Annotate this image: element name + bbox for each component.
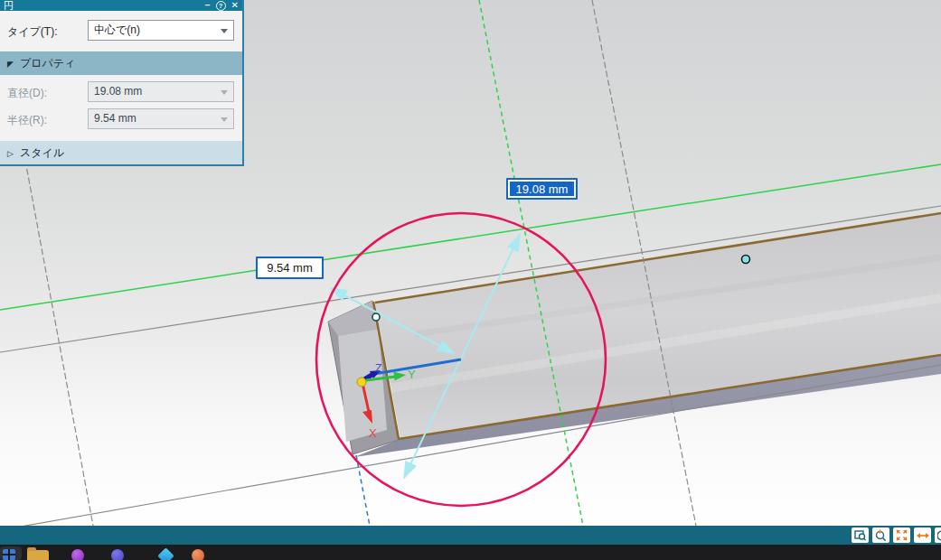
file-explorer-icon[interactable] — [27, 550, 49, 560]
vertex-snap-point[interactable] — [372, 313, 380, 321]
sketch-centerline-green[interactable] — [479, 0, 583, 526]
orange-app-icon[interactable] — [192, 549, 204, 560]
pan-horizontal-icon[interactable] — [914, 527, 931, 543]
taskbar — [0, 545, 941, 560]
radius-dimension-box[interactable]: 9.54 mm — [256, 257, 324, 279]
radius-label: 半径(R): — [7, 113, 47, 128]
windows-logo-icon[interactable] — [3, 549, 15, 560]
radius-field-value: 9.54 mm — [94, 112, 136, 125]
view-tools — [852, 527, 941, 543]
indigo-app-icon[interactable] — [111, 549, 124, 560]
properties-section-label: プロパティ — [20, 57, 75, 70]
z-axis-label: Z — [375, 362, 381, 375]
surface-reference-point[interactable] — [742, 256, 750, 264]
x-axis-label: X — [369, 426, 377, 440]
y-axis-label: Y — [408, 368, 416, 381]
section-expanded-icon: ◤ — [7, 52, 20, 76]
section-collapsed-icon: ▷ — [7, 142, 20, 165]
diameter-dimension-box[interactable]: 19.08 mm — [506, 178, 578, 200]
app-window: { "dialog": { "title": "円", "controls": … — [0, 0, 941, 560]
diameter-field[interactable]: 19.08 mm — [88, 81, 234, 102]
refit-icon[interactable] — [893, 527, 910, 543]
type-dropdown-value: 中心で(n) — [94, 23, 140, 36]
origin-sphere[interactable] — [357, 378, 366, 387]
type-dropdown[interactable]: 中心で(n) — [88, 20, 234, 41]
zoom-in-out-icon[interactable] — [872, 527, 889, 543]
purple-app-icon[interactable] — [71, 549, 84, 560]
clipped-tool-icon[interactable] — [935, 527, 941, 543]
style-section-header[interactable]: ▷スタイル — [0, 141, 242, 164]
zoom-window-icon[interactable] — [852, 527, 869, 543]
diameter-field-value: 19.08 mm — [94, 85, 142, 98]
circle-tool-dialog: 円 − ? ✕ タイプ(T): 中心で(n) ◤プロパティ 直径(D): 19.… — [0, 0, 244, 166]
cad-app-icon[interactable] — [157, 547, 174, 560]
minimize-icon[interactable]: − — [205, 1, 211, 10]
dialog-title: 円 — [4, 1, 14, 11]
diameter-label: 直径(D): — [7, 86, 47, 101]
type-label: タイプ(T): — [7, 24, 58, 40]
status-strip — [0, 526, 941, 545]
properties-section-header[interactable]: ◤プロパティ — [0, 51, 242, 75]
dialog-titlebar[interactable]: 円 − ? ✕ — [0, 0, 242, 11]
chevron-down-icon — [221, 117, 228, 122]
close-icon[interactable]: ✕ — [231, 1, 239, 10]
chevron-down-icon — [221, 29, 228, 33]
help-icon[interactable]: ? — [216, 1, 226, 11]
chevron-down-icon — [221, 90, 228, 95]
style-section-label: スタイル — [20, 146, 64, 159]
radius-field[interactable]: 9.54 mm — [88, 108, 234, 129]
